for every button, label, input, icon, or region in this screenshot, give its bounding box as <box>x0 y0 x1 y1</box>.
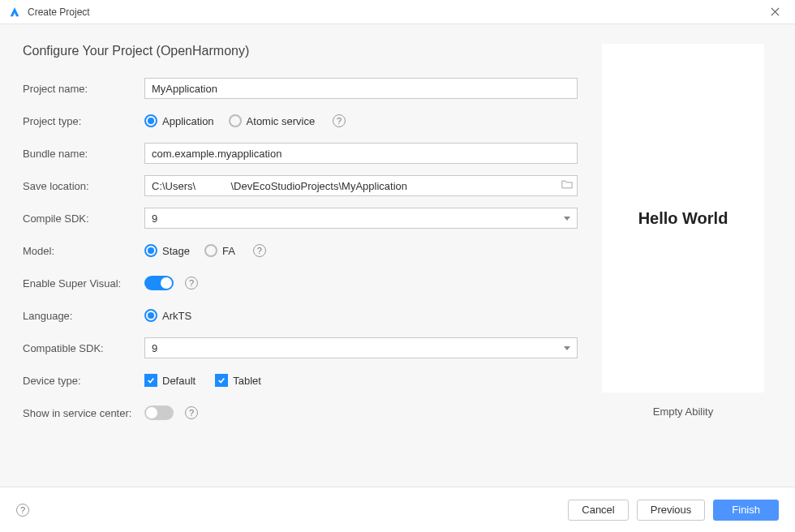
preview-column: Hello World Empty Ability <box>594 44 772 467</box>
footer-bar: ? Cancel Previous Finish <box>0 487 795 532</box>
previous-button[interactable]: Previous <box>637 500 706 521</box>
compatible-sdk-value: 9 <box>152 342 157 354</box>
preview-text: Hello World <box>638 209 728 228</box>
template-preview: Hello World <box>602 44 764 393</box>
finish-button[interactable]: Finish <box>713 500 779 521</box>
browse-folder-button[interactable] <box>561 179 573 193</box>
checkbox-tablet[interactable]: Tablet <box>215 374 261 387</box>
label-model: Model: <box>23 245 144 257</box>
save-location-input[interactable] <box>144 175 578 196</box>
help-icon-service-center[interactable]: ? <box>185 406 198 419</box>
compatible-sdk-select[interactable]: 9 <box>144 337 578 358</box>
radio-arkts-label: ArkTS <box>162 310 191 322</box>
radio-fa-label: FA <box>222 245 235 257</box>
label-device-type: Device type: <box>23 375 144 387</box>
chevron-down-icon <box>564 217 570 221</box>
compile-sdk-select[interactable]: 9 <box>144 208 578 229</box>
label-enable-super-visual: Enable Super Visual: <box>23 277 144 290</box>
bundle-name-input[interactable] <box>144 143 578 164</box>
help-icon-model[interactable]: ? <box>253 244 266 257</box>
chevron-down-icon <box>564 346 570 350</box>
window-title: Create Project <box>28 6 90 18</box>
radio-fa[interactable]: FA <box>204 244 235 257</box>
titlebar: Create Project <box>0 0 795 24</box>
radio-stage-label: Stage <box>162 245 190 257</box>
content-area: Configure Your Project (OpenHarmony) Pro… <box>0 24 795 487</box>
check-icon <box>147 376 155 384</box>
checkbox-tablet-label: Tablet <box>233 375 261 387</box>
label-bundle-name: Bundle name: <box>23 148 144 160</box>
label-project-type: Project type: <box>23 115 144 127</box>
radio-atomic-service[interactable]: Atomic service <box>229 114 316 127</box>
radio-arkts[interactable]: ArkTS <box>144 309 191 322</box>
checkbox-default[interactable]: Default <box>144 374 196 387</box>
template-name: Empty Ability <box>653 405 713 418</box>
checkbox-default-label: Default <box>162 375 196 387</box>
compile-sdk-value: 9 <box>152 212 157 225</box>
help-icon-project-type[interactable]: ? <box>333 114 346 127</box>
toggle-service-center[interactable] <box>144 405 174 420</box>
page-heading: Configure Your Project (OpenHarmony) <box>23 44 578 58</box>
project-name-input[interactable] <box>144 78 578 99</box>
label-compile-sdk: Compile SDK: <box>23 212 144 225</box>
radio-application[interactable]: Application <box>144 114 214 127</box>
help-button[interactable]: ? <box>16 504 29 517</box>
label-language: Language: <box>23 310 144 322</box>
window-close-button[interactable] <box>763 0 787 24</box>
help-icon-super-visual[interactable]: ? <box>185 277 198 290</box>
folder-icon <box>561 179 573 191</box>
radio-stage[interactable]: Stage <box>144 244 190 257</box>
label-save-location: Save location: <box>23 180 144 192</box>
close-icon <box>771 7 780 16</box>
radio-application-label: Application <box>162 115 214 127</box>
cancel-button[interactable]: Cancel <box>568 500 628 521</box>
form-column: Configure Your Project (OpenHarmony) Pro… <box>23 44 578 467</box>
check-icon <box>217 376 226 384</box>
toggle-super-visual[interactable] <box>144 276 174 290</box>
radio-atomic-service-label: Atomic service <box>247 115 316 127</box>
label-project-name: Project name: <box>23 83 144 95</box>
label-compatible-sdk: Compatible SDK: <box>23 342 144 354</box>
label-show-in-service-center: Show in service center: <box>23 407 144 419</box>
app-logo-icon <box>8 6 21 19</box>
